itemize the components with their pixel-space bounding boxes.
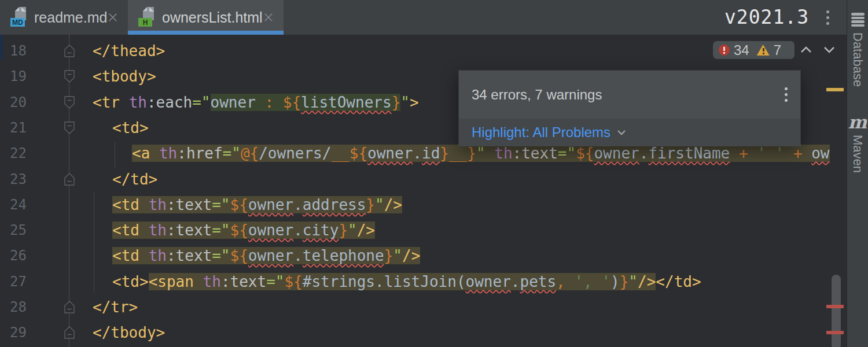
html-file-icon: H [138,7,155,28]
code-line[interactable]: <td th:text="${owner.address}"/> [112,192,402,217]
line-number: 27 [0,269,27,294]
line-number: 28 [0,294,27,320]
code-line[interactable]: <td th:text="${owner.city}"/> [112,217,375,243]
warning-icon [757,45,770,56]
tab-ownerslist-html[interactable]: H ownersList.html [128,0,284,35]
scrollbar-warning-mark[interactable] [826,88,844,91]
code-line[interactable]: </tr> [93,294,138,320]
problems-summary: 34 errors, 7 warnings [472,87,602,103]
line-number: 22 [0,141,27,166]
line-number: 18 [0,38,27,64]
line-number: 29 [0,320,27,345]
indent-guide [115,142,115,168]
editor[interactable]: 34 7 34 errors, 7 warnings Highlight: Al… [0,35,847,347]
inspections-widget[interactable]: 34 7 [713,41,795,59]
fold-start-icon[interactable] [64,121,75,134]
fold-end-icon[interactable] [64,45,75,57]
code-line[interactable]: <td><span th:text="${#strings.listJoin(o… [112,269,701,294]
chevron-down-icon[interactable] [822,44,836,56]
highlight-level-row[interactable]: Highlight: All Problems [459,119,800,146]
code-line[interactable]: <td th:text="${owner.telephone}"/> [112,243,420,268]
code-line[interactable]: </td> [112,167,157,192]
tab-label: ownersList.html [162,9,263,26]
ide-window: MD readme.md H ownersList.html v2021.3 3… [0,0,868,347]
editor-tab-bar: MD readme.md H ownersList.html v2021.3 [0,0,847,35]
line-number: 21 [0,115,27,141]
code-line[interactable]: <tr th:each="owner : ${listOwners}"> [93,90,419,115]
scrollbar-error-mark[interactable] [826,305,844,308]
fold-end-icon[interactable] [64,173,75,186]
code-line[interactable]: </tbody> [93,320,165,345]
close-icon[interactable] [264,13,273,22]
tab-readme-md[interactable]: MD readme.md [0,0,128,35]
line-number: 26 [0,243,27,268]
active-tab-indicator [128,31,284,35]
chevron-up-icon[interactable] [799,44,813,56]
error-icon [719,45,730,56]
line-number: 19 [0,64,27,89]
problems-popup-header: 34 errors, 7 warnings [459,71,800,119]
line-number: 20 [0,90,27,115]
markdown-file-icon: MD [10,7,27,28]
line-number: 25 [0,217,27,243]
kebab-menu-icon[interactable] [826,10,829,25]
scrollbar-error-mark[interactable] [826,331,844,334]
fold-end-icon[interactable] [64,326,75,339]
fold-end-icon[interactable] [64,301,75,313]
code-line[interactable]: <td> [112,115,149,141]
indent-guide [94,193,94,292]
line-number: 23 [0,167,27,192]
chevron-down-icon [616,128,627,136]
warning-count: 7 [774,42,781,58]
error-count: 34 [734,42,749,58]
ide-version-label: v2021.3 [724,6,809,28]
code-line[interactable]: </thead> [93,38,165,64]
tab-label: readme.md [34,9,107,26]
tool-window-button-maven[interactable]: Maven [850,135,865,173]
highlight-level-link[interactable]: Highlight: All Problems [472,124,610,141]
database-icon[interactable] [851,13,865,27]
html-badge: H [138,18,152,27]
line-number: 24 [0,192,27,217]
tool-window-stripe: Database m Maven [847,0,868,347]
markdown-badge: MD [10,18,25,27]
code-line[interactable]: <tbody> [93,64,156,89]
scrollbar-thumb[interactable] [832,275,841,347]
kebab-menu-icon[interactable] [785,87,788,102]
problems-popup: 34 errors, 7 warnings Highlight: All Pro… [458,70,801,146]
fold-start-icon[interactable] [64,70,75,83]
tool-window-button-database[interactable]: Database [850,32,865,87]
maven-icon[interactable]: m [848,113,867,131]
close-icon[interactable] [108,13,117,22]
fold-start-icon[interactable] [64,96,75,109]
